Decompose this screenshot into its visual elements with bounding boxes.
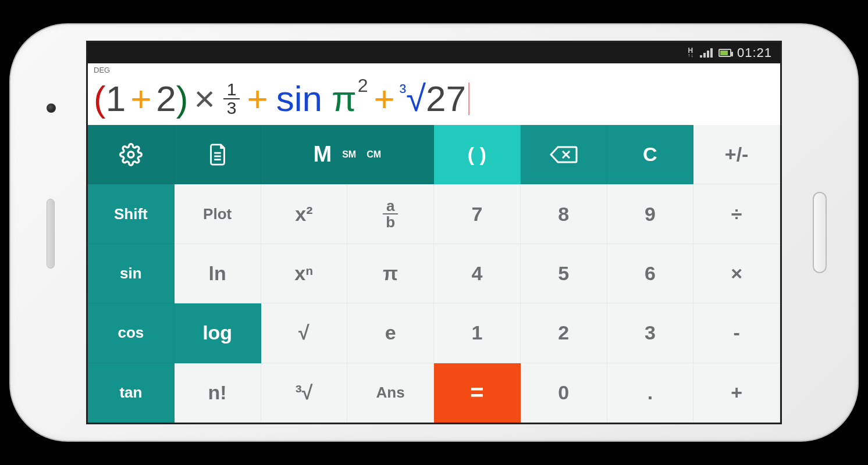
expr-plus: + — [242, 78, 272, 119]
tan-button[interactable]: tan — [88, 363, 175, 423]
plot-button[interactable]: Plot — [175, 184, 261, 244]
divide-button[interactable]: ÷ — [693, 184, 780, 244]
digit-6-button[interactable]: 6 — [607, 244, 694, 303]
digit-1-button[interactable]: 1 — [434, 303, 521, 363]
expr-fraction: 1 3 — [223, 81, 240, 117]
expr-squared: 2 — [358, 75, 368, 96]
history-button[interactable] — [175, 125, 261, 184]
factorial-button[interactable]: n! — [175, 363, 261, 423]
backspace-icon — [550, 145, 578, 164]
status-bar: H ↑↓ 01:21 — [88, 42, 780, 63]
expression: ( 1 + 2 ) × 1 3 + sin π 2 + ³ √ 27 — [94, 74, 774, 125]
expr-times: × — [188, 78, 221, 119]
decimal-button[interactable]: . — [607, 363, 694, 423]
network-type-icon: H ↑↓ — [688, 48, 694, 58]
expr-2: 2 — [156, 78, 176, 119]
memory-button[interactable]: M SM CM — [261, 125, 435, 184]
sqrt-button[interactable]: √ — [261, 303, 348, 363]
digit-5-button[interactable]: 5 — [521, 244, 607, 303]
signal-icon — [700, 48, 713, 58]
speaker-grille — [47, 199, 55, 269]
screen: H ↑↓ 01:21 DEG ( 1 + 2 ) × 1 3 — [86, 41, 782, 424]
expr-plus: + — [369, 78, 399, 119]
camera-icon — [47, 103, 56, 113]
gear-icon — [119, 143, 143, 166]
digit-2-button[interactable]: 2 — [521, 303, 607, 363]
expr-sin: sin — [273, 78, 326, 119]
settings-button[interactable] — [88, 125, 175, 184]
battery-icon — [718, 49, 731, 57]
digit-0-button[interactable]: 0 — [521, 363, 607, 423]
ln-button[interactable]: ln — [175, 244, 261, 303]
fraction-button[interactable]: a b — [347, 184, 434, 244]
subtract-button[interactable]: - — [693, 303, 780, 363]
log-button[interactable]: log — [175, 303, 261, 363]
memory-cm-label: CM — [367, 149, 381, 160]
ans-button[interactable]: Ans — [347, 363, 434, 423]
backspace-button[interactable] — [521, 125, 607, 184]
cube-root-button[interactable]: ³√ — [261, 363, 348, 423]
svg-point-0 — [128, 152, 134, 158]
keypad: M SM CM ( ) C +/- Shift Plot x² a b — [88, 125, 780, 423]
parens-button[interactable]: ( ) — [434, 125, 521, 184]
phone-frame: H ↑↓ 01:21 DEG ( 1 + 2 ) × 1 3 — [9, 23, 859, 442]
home-button[interactable] — [813, 192, 827, 273]
multiply-button[interactable]: × — [693, 244, 780, 303]
memory-m-label: M — [313, 142, 332, 167]
expr-27: 27 — [426, 78, 466, 119]
clear-button[interactable]: C — [607, 125, 694, 184]
digit-9-button[interactable]: 9 — [607, 184, 694, 244]
fraction-icon: a b — [382, 198, 399, 230]
digit-3-button[interactable]: 3 — [607, 303, 694, 363]
pi-button[interactable]: π — [347, 244, 434, 303]
digit-7-button[interactable]: 7 — [434, 184, 521, 244]
equals-button[interactable]: = — [434, 363, 521, 423]
cos-button[interactable]: cos — [88, 303, 175, 363]
expr-paren-close: ) — [176, 78, 188, 119]
angle-mode-label: DEG — [94, 66, 774, 74]
expr-pi: π — [332, 78, 359, 119]
memory-sm-label: SM — [342, 149, 356, 160]
x-power-n-button[interactable]: xⁿ — [261, 244, 348, 303]
calculator-display[interactable]: DEG ( 1 + 2 ) × 1 3 + sin π 2 + ³ √ — [88, 63, 780, 125]
expr-root: √ — [406, 78, 426, 119]
expr-1: 1 — [106, 78, 126, 119]
digit-4-button[interactable]: 4 — [434, 244, 521, 303]
expr-cube-index: ³ — [400, 80, 406, 103]
shift-button[interactable]: Shift — [88, 184, 175, 244]
document-icon — [207, 143, 228, 166]
digit-8-button[interactable]: 8 — [521, 184, 607, 244]
add-button[interactable]: + — [693, 363, 780, 423]
status-time: 01:21 — [737, 45, 772, 60]
expr-plus: + — [126, 78, 156, 119]
expr-paren-open: ( — [94, 78, 106, 119]
sin-button[interactable]: sin — [88, 244, 175, 303]
cursor-icon — [468, 83, 469, 115]
e-button[interactable]: e — [347, 303, 434, 363]
sign-toggle-button[interactable]: +/- — [693, 125, 780, 184]
x-squared-button[interactable]: x² — [261, 184, 348, 244]
